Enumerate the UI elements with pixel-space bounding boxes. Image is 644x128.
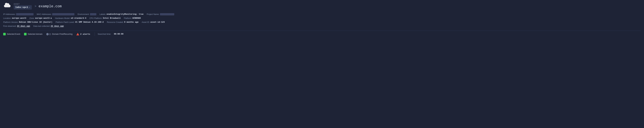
selected-domain-icon [24, 33, 26, 35]
info-row-2: Location: europe-west3 Zone: europe-west… [3, 17, 641, 20]
location-label: Location: [3, 17, 11, 20]
mac-value-redacted [52, 13, 74, 15]
platform-ver-value: Debian GNU/Linux 10 (buster) [19, 21, 52, 24]
alert-triangle-icon [76, 33, 79, 35]
header-row: ASSET labs:vpc1 ▾ > example.com [3, 3, 641, 10]
cloud-icon [3, 3, 12, 10]
vpc-label: labs:vpc1 [15, 6, 28, 9]
info-row-3: Platform Version: Debian GNU/Linux 10 (b… [3, 21, 641, 24]
asset-block: ASSET labs:vpc1 ▾ [14, 3, 32, 9]
labels-value: enableIntegrityMonitoring: true [106, 13, 144, 16]
circle-gray [46, 33, 49, 35]
legend-searched-time: Searched time: 08:00:00 [98, 33, 124, 35]
asset-id-value: asset-id-123 [150, 21, 165, 24]
domain-first-icon [46, 33, 51, 35]
project-value-redacted [160, 13, 174, 15]
selected-event-icon [3, 33, 6, 35]
patch-label: Platform Patch Level: [56, 21, 74, 24]
legend-divider [94, 32, 95, 36]
data-collected-value: 22 days ago [51, 25, 64, 28]
resource-label: Resource Created: [107, 21, 124, 24]
env-label: Environment: [78, 13, 89, 16]
alerts-count: 2 alerts [80, 33, 90, 35]
mac-label: MAC Addresses: [37, 13, 52, 16]
location-value: europe-west3 [12, 17, 26, 20]
legend-row: Selected Event Selected domain Domain Fi… [3, 31, 641, 36]
asset-label: ASSET [14, 3, 32, 5]
first-obs-label: First observed: [3, 25, 16, 28]
asset-id-label: Asset ID: [142, 21, 150, 24]
info-row-1: IP Addresses: MAC Addresses: Environment… [3, 13, 641, 16]
ip-value-redacted [16, 13, 34, 15]
patch-value: #1 SMP Debian 4.19.160-2 [75, 21, 104, 24]
zone-label: Zone: [30, 17, 34, 20]
vpc-arrow: ▾ [29, 6, 30, 8]
platform-ver-label: Platform Version: [3, 21, 18, 24]
selected-event-label: Selected Event [7, 33, 20, 35]
domain-name: example.com [38, 4, 62, 8]
zone-value: europe-west3-a [35, 17, 52, 20]
resource-value: 9 months ago [124, 21, 138, 24]
labels-label: Labels: [100, 13, 106, 16]
selected-domain-label: Selected domain [28, 33, 42, 35]
legend-domain-first: Domain First/Recurring [46, 33, 72, 35]
ip-label: IP Addresses: [3, 13, 16, 16]
vpc-dropdown[interactable]: labs:vpc1 ▾ [14, 5, 32, 9]
breadcrumb-separator: > [35, 5, 36, 8]
first-obs-value: 22 days ago [17, 25, 30, 28]
cpu-label: CPU Platform: [89, 17, 102, 20]
circle-dark [49, 33, 51, 35]
project-label: Project Name: [147, 13, 159, 16]
info-rows: IP Addresses: MAC Addresses: Environment… [3, 13, 641, 28]
legend-selected-event: Selected Event [3, 33, 20, 35]
searched-time-value: 08:00:00 [114, 33, 124, 35]
info-row-4: First observed: 22 days ago Data last co… [3, 25, 641, 28]
platform-value: WINDOWS [132, 17, 141, 20]
legend-alerts: 2 alerts [76, 33, 90, 35]
hardware-value: e2-standard-4 [71, 17, 86, 20]
searched-time-label: Searched time: [98, 33, 111, 35]
hardware-label: Hardware Model: [55, 17, 70, 20]
legend-selected-domain: Selected domain [24, 33, 42, 35]
data-collected-label: Data last collected: [33, 25, 50, 28]
env-value-redacted [90, 13, 96, 15]
platform-label: Platform: [124, 17, 132, 20]
cpu-value: Intel Broadwell [103, 17, 121, 20]
domain-first-label: Domain First/Recurring [52, 33, 72, 35]
